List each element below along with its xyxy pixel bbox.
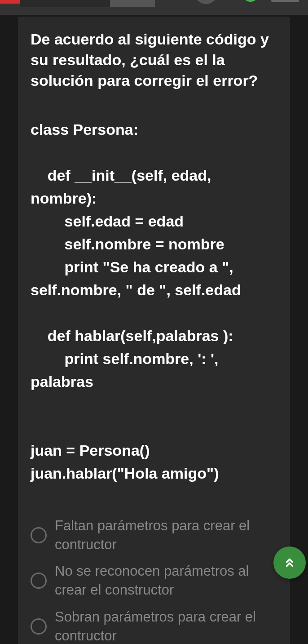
tab-indicator-1[interactable]: [20, 0, 110, 7]
chevron-double-up-icon: [283, 556, 296, 569]
option-3[interactable]: Sobran parámetros para crear el contruct…: [31, 608, 277, 644]
avatar-placeholder[interactable]: [194, 0, 218, 4]
brand-accent: [0, 0, 20, 4]
option-label: No se reconocen parámetros al crear el c…: [55, 562, 277, 600]
code-block: class Persona: def __init__(self, edad, …: [31, 118, 277, 485]
options-container: Faltan parámetros para crear el contruct…: [31, 516, 277, 644]
option-2[interactable]: No se reconocen parámetros al crear el c…: [31, 562, 277, 600]
tab-indicator-2[interactable]: [110, 0, 155, 7]
radio-icon[interactable]: [31, 527, 47, 543]
scroll-top-button[interactable]: [273, 546, 306, 579]
option-label: Sobran parámetros para crear el contruct…: [55, 608, 277, 644]
option-1[interactable]: Faltan parámetros para crear el contruct…: [31, 516, 277, 554]
question-prompt: De acuerdo al siguiente código y su resu…: [31, 29, 277, 91]
radio-icon[interactable]: [31, 618, 47, 635]
status-indicator: [242, 0, 259, 2]
top-bar: [0, 0, 308, 15]
option-label: Faltan parámetros para crear el contruct…: [55, 516, 277, 554]
radio-icon[interactable]: [31, 573, 47, 589]
menu-button[interactable]: [271, 0, 299, 2]
question-card: De acuerdo al siguiente código y su resu…: [18, 17, 290, 644]
main-container: De acuerdo al siguiente código y su resu…: [0, 15, 308, 644]
